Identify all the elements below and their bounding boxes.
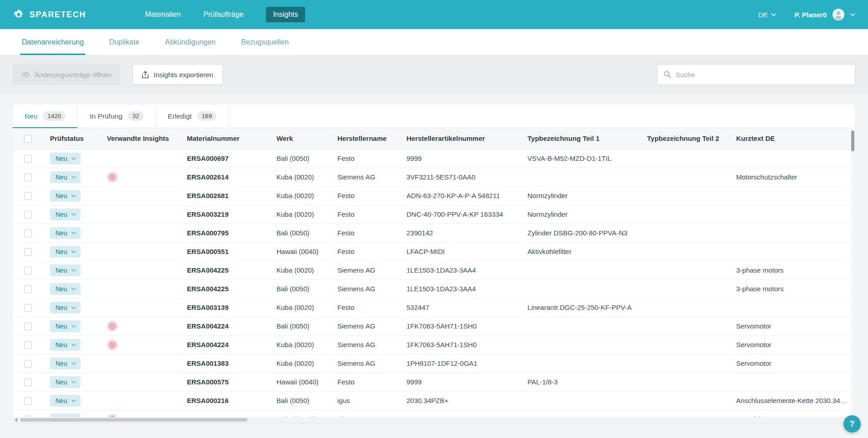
table-row: Neu ERSA002548 Kuba (0020) Siemens AG 6F… bbox=[13, 410, 855, 417]
row-status-dropdown[interactable]: Neu bbox=[50, 171, 80, 183]
row-checkbox[interactable] bbox=[24, 248, 32, 256]
row-status-dropdown[interactable]: Neu bbox=[50, 358, 80, 369]
cell-kurztext-de: Servomotor bbox=[729, 335, 855, 354]
table-row: Neu ERSA004225 Bali (0050) Siemens AG 1L… bbox=[13, 279, 855, 298]
row-status-dropdown[interactable]: Neu bbox=[50, 302, 80, 314]
vertical-scrollbar-thumb[interactable] bbox=[851, 130, 854, 151]
row-checkbox[interactable] bbox=[24, 341, 32, 349]
table-row: Neu ERSA004224 Bali (0050) Siemens AG 1F… bbox=[13, 317, 855, 335]
nav-materialien[interactable]: Materialien bbox=[145, 10, 181, 19]
related-insight-alert-icon[interactable] bbox=[107, 172, 118, 183]
row-status-dropdown[interactable]: Neu bbox=[50, 209, 80, 220]
tab-abkuendigungen[interactable]: Abkündigungen bbox=[163, 29, 217, 55]
row-status-dropdown[interactable]: Neu bbox=[50, 153, 80, 164]
row-status-dropdown[interactable]: Neu bbox=[50, 395, 80, 407]
nav-pruefauftraege[interactable]: Prüfaufträge bbox=[203, 10, 243, 19]
row-status-dropdown[interactable]: Neu bbox=[50, 413, 80, 418]
cell-herstellername: Siemens AG bbox=[330, 317, 399, 335]
cell-typbezeichnung-1: Linearantr.DGC-25-250-KF-PPV-A bbox=[520, 298, 640, 317]
cell-typbezeichnung-1 bbox=[520, 391, 640, 410]
row-status-dropdown[interactable]: Neu bbox=[50, 246, 80, 258]
row-status-label: Neu bbox=[55, 193, 67, 199]
sparetech-logo-gear-icon bbox=[13, 9, 25, 20]
row-status-label: Neu bbox=[55, 155, 67, 162]
scroll-left-arrow-icon[interactable] bbox=[15, 418, 17, 422]
open-change-requests-button[interactable]: Änderungsanträge öffnen bbox=[13, 64, 120, 85]
row-status-dropdown[interactable]: Neu bbox=[50, 283, 80, 295]
cell-herstellerartikelnummer: 1LE1503-1DA23-3AA4 bbox=[399, 279, 520, 298]
tab-bezugsquellen[interactable]: Bezugsquellen bbox=[239, 29, 291, 55]
cell-typbezeichnung-1: Normzylinder bbox=[520, 186, 640, 205]
cell-materialnummer: ERSA000216 bbox=[180, 391, 269, 410]
help-button[interactable]: ? bbox=[843, 415, 861, 433]
table-row: Neu ERSA004225 Kuba (0020) Siemens AG 1L… bbox=[13, 261, 855, 279]
row-status-dropdown[interactable]: Neu bbox=[50, 376, 80, 388]
row-status-dropdown[interactable]: Neu bbox=[50, 339, 80, 351]
row-checkbox[interactable] bbox=[24, 229, 32, 237]
status-tab-in-pruefung[interactable]: In Prüfung 32 bbox=[78, 105, 156, 128]
cell-typbezeichnung-1: Normzylinder bbox=[520, 205, 640, 224]
cell-typbezeichnung-2 bbox=[640, 391, 729, 410]
language-selector[interactable]: DE bbox=[758, 11, 777, 19]
cell-typbezeichnung-1 bbox=[520, 410, 640, 417]
row-checkbox[interactable] bbox=[24, 378, 32, 386]
search-box bbox=[657, 64, 855, 85]
cell-kurztext-de bbox=[729, 224, 855, 242]
nav-insights[interactable]: Insights bbox=[266, 7, 305, 22]
row-status-dropdown[interactable]: Neu bbox=[50, 264, 80, 276]
export-insights-button[interactable]: Insights exportieren bbox=[132, 64, 223, 85]
related-insight-alert-icon[interactable] bbox=[107, 339, 118, 350]
vertical-scrollbar[interactable] bbox=[850, 129, 855, 417]
cell-herstellerartikelnummer: 9999 bbox=[399, 373, 520, 391]
cell-herstellerartikelnummer: 532447 bbox=[399, 298, 520, 317]
cell-kurztext-de bbox=[729, 205, 855, 224]
cell-kurztext-de: Motorleitung bbox=[729, 410, 855, 417]
chevron-down-icon bbox=[71, 250, 76, 253]
cell-typbezeichnung-1 bbox=[520, 279, 640, 298]
chevron-down-icon bbox=[71, 157, 76, 160]
cell-herstellername: Festo bbox=[330, 224, 399, 242]
select-all-checkbox[interactable] bbox=[24, 135, 32, 143]
cell-herstellername: igus bbox=[330, 391, 399, 410]
horizontal-scrollbar-thumb[interactable] bbox=[20, 418, 247, 422]
cell-herstellerartikelnummer: 6FX5002-5DN01-1CA0 bbox=[399, 410, 520, 417]
row-checkbox[interactable] bbox=[24, 323, 32, 330]
horizontal-scrollbar[interactable] bbox=[13, 417, 855, 423]
row-checkbox[interactable] bbox=[24, 304, 32, 312]
row-checkbox[interactable] bbox=[24, 397, 32, 405]
search-icon bbox=[664, 71, 671, 78]
row-checkbox[interactable] bbox=[24, 174, 32, 181]
cell-kurztext-de bbox=[729, 242, 855, 261]
user-menu[interactable]: P. Planer0 bbox=[794, 8, 855, 21]
chevron-down-icon bbox=[71, 381, 76, 383]
cell-typbezeichnung-2 bbox=[640, 317, 729, 335]
cell-werk: Kuba (0020) bbox=[269, 298, 330, 317]
related-insight-alert-icon[interactable] bbox=[107, 414, 118, 418]
table-viewport: Prüfstatus Verwandte Insights Materialnu… bbox=[13, 128, 855, 417]
status-tab-erledigt[interactable]: Erledigt 169 bbox=[156, 105, 229, 128]
row-checkbox[interactable] bbox=[24, 267, 32, 274]
search-input[interactable] bbox=[676, 71, 848, 79]
row-status-dropdown[interactable]: Neu bbox=[50, 227, 80, 239]
cell-kurztext-de: 3-phase motors bbox=[729, 279, 855, 298]
tab-duplikate[interactable]: Duplikate bbox=[107, 29, 141, 55]
related-insight-alert-icon[interactable] bbox=[107, 321, 118, 332]
row-status-dropdown[interactable]: Neu bbox=[50, 190, 80, 202]
row-checkbox[interactable] bbox=[24, 155, 32, 163]
row-checkbox[interactable] bbox=[24, 360, 32, 368]
row-checkbox[interactable] bbox=[24, 285, 32, 293]
col-kurztext-de: Kurztext DE bbox=[729, 128, 855, 149]
cell-werk: Kuba (0020) bbox=[269, 168, 330, 186]
cell-materialnummer: ERSA000551 bbox=[180, 242, 269, 261]
status-tab-label: Neu bbox=[25, 112, 37, 120]
row-checkbox[interactable] bbox=[24, 211, 32, 219]
table-row: Neu ERSA003139 Kuba (0020) Festo 532447 … bbox=[13, 298, 855, 317]
top-navbar: SPARETECH Materialien Prüfaufträge Insig… bbox=[0, 0, 868, 29]
cell-materialnummer: ERSA003139 bbox=[180, 298, 269, 317]
row-status-dropdown[interactable]: Neu bbox=[50, 320, 80, 332]
status-tab-neu[interactable]: Neu 1420 bbox=[13, 105, 78, 128]
tab-datenanreicherung[interactable]: Datenanreicherung bbox=[20, 29, 85, 55]
cell-typbezeichnung-1 bbox=[520, 317, 640, 335]
cell-typbezeichnung-2 bbox=[640, 279, 729, 298]
row-checkbox[interactable] bbox=[24, 192, 32, 200]
